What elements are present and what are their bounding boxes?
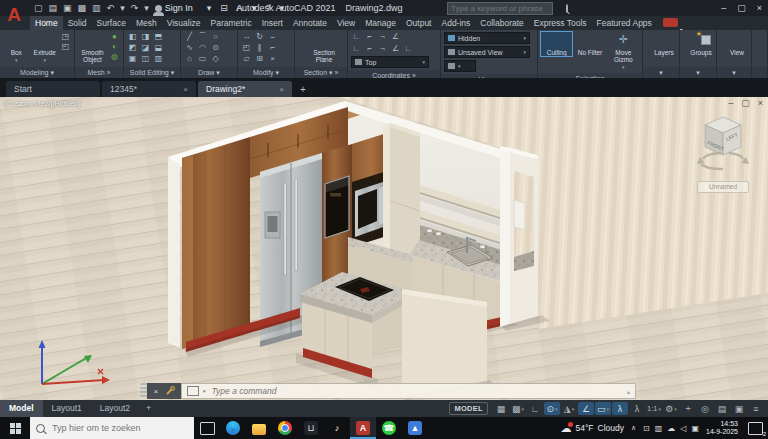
annotation-scale-toggle[interactable]: 1:1▾ [646,402,662,415]
ribbon-tab-mesh[interactable]: Mesh [131,16,162,30]
help-search-input[interactable] [448,4,564,13]
snap-mode-toggle[interactable]: ▩▾ [510,402,526,415]
groups-button[interactable]: Groups [686,32,716,56]
panel-label-groups[interactable]: ▾ [680,67,716,78]
tool-icon[interactable]: ◐ [109,42,120,51]
tool-icon[interactable]: ∟ [351,32,362,42]
tool-icon[interactable]: ∿ [184,43,195,53]
file-explorer-icon[interactable] [246,417,272,439]
clean-screen-toggle[interactable]: ▣ [731,402,747,415]
file-tab-drawing2[interactable]: Drawing2*× [198,81,292,97]
workspace-switching-toggle[interactable]: ⚙▾ [663,402,679,415]
app-logo[interactable]: A [0,0,28,30]
panel-label-modeling[interactable]: Modeling ▾ [0,67,74,78]
hardware-acceleration-toggle[interactable]: ▤ [714,402,730,415]
customization-menu-toggle[interactable]: ≡ [748,402,764,415]
sign-in-label[interactable]: Sign In [165,3,193,13]
visual-style-combo[interactable]: Hidden [444,32,530,44]
panel-label-section[interactable]: Section ▾ » [295,67,347,78]
grid-display-toggle[interactable]: ▦ [493,402,509,415]
weather-widget[interactable]: ☁ 54°F Cloudy [560,423,624,434]
tool-icon[interactable]: ◨ [140,32,151,42]
search-icon[interactable] [566,4,568,13]
box-button[interactable]: Box [3,32,30,64]
undo-caret-icon[interactable]: ▾ [120,3,125,13]
help-search[interactable] [447,2,553,15]
file-tab-start[interactable]: Start [6,81,100,97]
panel-label-modify[interactable]: Modify ▾ [238,67,294,78]
panel-label-coordinates[interactable]: Coordinates » [348,70,440,78]
ribbon-tab-collaborate[interactable]: Collaborate [475,16,528,30]
volume-icon[interactable]: ◁ [680,424,686,433]
tool-icon[interactable]: ◠ [197,43,208,53]
annotation-monitor-toggle[interactable]: ＋ [680,402,696,415]
tool-icon[interactable]: ∥ [254,43,265,53]
tool-icon[interactable]: ¬ [377,44,388,54]
infer-constraints-toggle[interactable]: ∟ [527,402,543,415]
chrome-icon[interactable] [272,417,298,439]
onedrive-icon[interactable]: ⊡ [643,424,650,433]
tool-icon[interactable]: ¬ [377,32,388,42]
store-icon[interactable]: ⊔ [298,417,324,439]
tool-icon[interactable]: ↻ [254,32,265,42]
section-plane-button[interactable]: Section Plane [304,32,344,63]
tool-icon[interactable]: ▭ [197,54,208,64]
tool-icon[interactable]: ∠ [390,44,401,54]
tool-icon[interactable]: ○ [210,32,221,42]
command-close-icon[interactable]: × [153,387,158,396]
command-input[interactable] [210,385,623,397]
start-button[interactable] [0,417,30,439]
tool-icon[interactable]: ⬓ [153,43,164,53]
customize-wrench-icon[interactable] [165,386,175,396]
extrude-button[interactable]: Extrude [32,32,59,64]
no-filter-button[interactable]: No Filter [574,32,605,56]
new-file-icon[interactable]: ▢ [34,3,43,13]
smooth-object-button[interactable]: Smooth Object [78,32,107,63]
plot-icon[interactable]: ▥ [92,3,101,13]
cloud-sync-icon[interactable]: ☁ [667,424,675,433]
tool-icon[interactable]: ⬒ [153,32,164,42]
tool-icon[interactable]: ⌐ [364,32,375,42]
tool-icon[interactable]: ◩ [127,43,138,53]
tool-icon[interactable]: ⊞ [254,54,265,64]
tool-icon[interactable]: ∠ [390,32,401,42]
viewcube[interactable]: FRONT LEFT Unnamed [694,109,752,193]
tool-icon[interactable]: ▱ [241,54,252,64]
task-view-button[interactable] [194,417,220,439]
bim360-button[interactable] [663,18,678,27]
open-file-icon[interactable]: ▤ [49,3,58,13]
viewcube-ring[interactable] [703,153,721,159]
drawing-canvas[interactable] [0,97,768,400]
tool-icon[interactable]: ↔ [241,32,252,42]
ribbon-tab-view[interactable]: View [332,16,360,30]
viewport-close-button[interactable]: × [758,98,763,108]
ribbon-tab-surface[interactable]: Surface [92,16,131,30]
layout-tab-layout2[interactable]: Layout2 [91,400,139,417]
tool-icon[interactable]: ∟ [351,44,362,54]
layout-tab-layout1[interactable]: Layout1 [43,400,91,417]
tool-icon[interactable]: ▥ [153,54,164,64]
app-store-cart-icon[interactable]: ⊟ [220,3,228,13]
tool-icon[interactable]: ◳ [60,32,71,41]
view-tools-button[interactable]: View [722,32,752,56]
ribbon-tab-express-tools[interactable]: Express Tools [529,16,592,30]
layout-tab-model[interactable]: Model [0,400,43,417]
view-combo[interactable]: Unsaved View [444,46,530,58]
drawing-viewport[interactable]: [Custom View][Hidden] –▢× FRONT LEFT Unn… [0,97,768,400]
isometric-drafting-toggle[interactable]: ◮▾ [561,402,577,415]
redo-icon[interactable]: ↷ [131,3,139,13]
ribbon-tab-parametric[interactable]: Parametric [206,16,257,30]
tool-icon[interactable]: ∟ [403,44,414,54]
model-space-toggle[interactable]: MODEL [449,402,488,415]
battery-icon[interactable]: ▥ [655,424,663,433]
viewport-config-combo[interactable] [444,60,476,72]
close-button[interactable]: × [757,3,762,13]
close-tab-icon[interactable]: × [279,85,284,94]
ribbon-tab-output[interactable]: Output [401,16,437,30]
object-snap-tracking-toggle[interactable]: ∠ [578,402,594,415]
dynamic-input-toggle[interactable]: ▭▾ [595,402,611,415]
panel-label-draw[interactable]: Draw ▾ [181,67,237,78]
tool-icon[interactable]: ⌣ [267,32,278,42]
panel-label-mesh[interactable]: Mesh » [75,67,123,78]
move-gizmo-button[interactable]: ✛ Move Gizmo [608,32,639,71]
